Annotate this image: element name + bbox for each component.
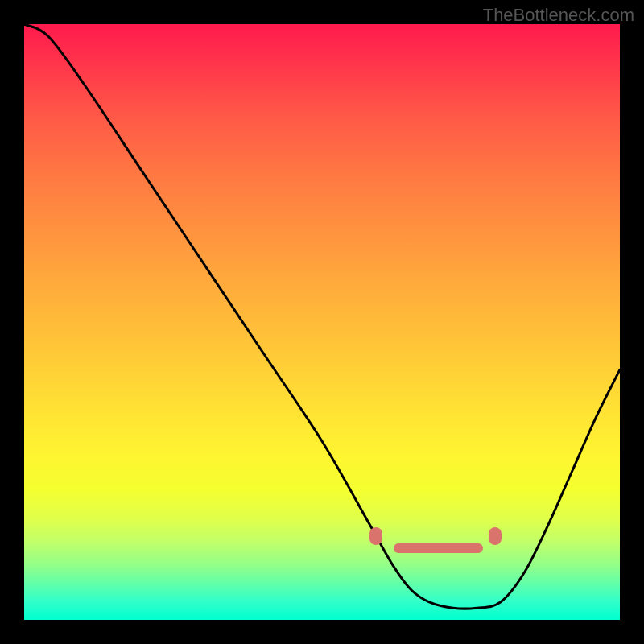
watermark-text: TheBottleneck.com <box>483 5 634 26</box>
chart-marker-right <box>489 527 502 545</box>
chart-curve <box>24 24 620 609</box>
chart-curve-svg <box>24 24 620 620</box>
chart-container <box>24 24 620 620</box>
chart-highlight-segment <box>394 543 483 553</box>
chart-marker-left <box>369 527 382 545</box>
